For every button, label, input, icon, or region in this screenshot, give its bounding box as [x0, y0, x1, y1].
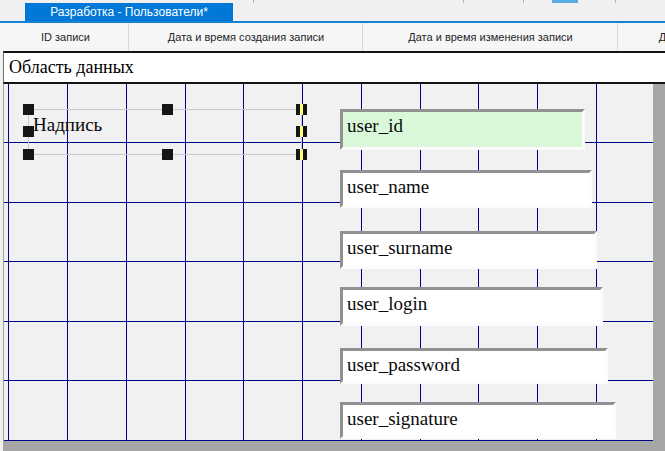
toolbar-tick: [463, 0, 464, 3]
toolbar-tick: [615, 0, 616, 3]
selection-handle[interactable]: [296, 149, 307, 160]
field-user_name[interactable]: user_name: [340, 170, 592, 208]
tab-development-users[interactable]: Разработка - Пользователи*: [25, 3, 233, 21]
selection-handle[interactable]: [296, 104, 307, 115]
grid-vertical-line: [8, 84, 9, 441]
grid-vertical-line: [302, 84, 303, 441]
form-designer-window: Разработка - Пользователи* ID записи Дат…: [0, 0, 665, 451]
field-text: user_password: [343, 351, 605, 376]
field-user_surname[interactable]: user_surname: [340, 231, 597, 269]
field-user_login[interactable]: user_login: [340, 287, 603, 326]
field-text: user_signature: [343, 405, 613, 430]
column-header-created[interactable]: Дата и время создания записи: [128, 23, 363, 51]
toolbar-fragment: [552, 0, 578, 3]
field-user_password[interactable]: user_password: [340, 348, 608, 384]
field-user_signature[interactable]: user_signature: [340, 402, 616, 439]
field-text: user_login: [343, 290, 600, 315]
data-band-title: Область данных: [4, 53, 665, 81]
canvas-right-edge: [653, 84, 665, 451]
selection-handle[interactable]: [23, 104, 34, 115]
selection-handle[interactable]: [296, 126, 307, 137]
field-text: user_surname: [343, 234, 594, 259]
selection-handle[interactable]: [23, 149, 34, 160]
selection-handle[interactable]: [162, 149, 173, 160]
field-text: user_id: [343, 112, 582, 137]
column-header-id[interactable]: ID записи: [3, 23, 128, 51]
selection-handle-xor-stripe: [300, 126, 303, 137]
canvas-bottom-edge: [3, 441, 665, 451]
selection-handle[interactable]: [162, 104, 173, 115]
tab-bar: Разработка - Пользователи*: [0, 0, 665, 23]
column-header-modified[interactable]: Дата и время изменения записи: [362, 23, 618, 51]
field-user_id[interactable]: user_id: [340, 109, 585, 150]
data-band-header[interactable]: Область данных: [3, 51, 665, 84]
field-text: user_name: [343, 173, 589, 198]
toolbar-tick: [523, 0, 524, 3]
selection-handle[interactable]: [23, 126, 34, 137]
column-header-next[interactable]: Да: [617, 23, 665, 51]
column-header-row: ID записи Дата и время создания записи Д…: [0, 23, 665, 51]
label-element[interactable]: Надпись: [33, 114, 102, 136]
selection-handle-xor-stripe: [300, 104, 303, 115]
toolbar-tick: [253, 0, 254, 3]
selection-handle-xor-stripe: [300, 149, 303, 160]
